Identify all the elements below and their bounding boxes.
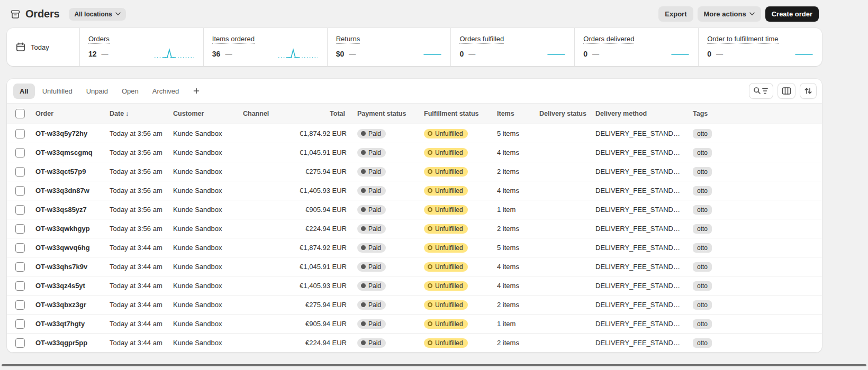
order-row[interactable]: OT-w33qs85yz7 Today at 3:56 am Kunde San… bbox=[7, 200, 822, 219]
cell-customer: Kunde Sandbox bbox=[168, 181, 238, 200]
row-checkbox[interactable] bbox=[15, 243, 25, 253]
cell-checkbox bbox=[7, 200, 30, 219]
page-title: Orders bbox=[25, 8, 59, 20]
metric-value: 36 bbox=[212, 50, 221, 58]
metric-value: $0 bbox=[336, 50, 345, 58]
column-header[interactable]: Total bbox=[284, 104, 352, 124]
cell-tags: otto bbox=[688, 143, 822, 162]
export-button[interactable]: Export bbox=[658, 6, 693, 22]
search-filter-button[interactable] bbox=[749, 83, 773, 99]
order-row[interactable]: OT-w33qwvq6hg Today at 3:44 am Kunde San… bbox=[7, 238, 822, 257]
column-header[interactable]: Tags bbox=[688, 104, 822, 124]
cell-delivery-status bbox=[534, 200, 590, 219]
metric-change: — bbox=[716, 50, 723, 58]
cell-order: OT-w33qct57p9 bbox=[30, 162, 104, 181]
order-link[interactable]: OT-w33qwkhgyp bbox=[35, 225, 90, 233]
add-view-button[interactable] bbox=[188, 83, 204, 99]
fulfillment-status-label: Unfulfilled bbox=[435, 320, 463, 328]
row-checkbox[interactable] bbox=[15, 300, 25, 310]
payment-status-badge: Paid bbox=[357, 281, 386, 291]
view-tab[interactable]: All bbox=[13, 84, 35, 99]
view-tab[interactable]: Archived bbox=[146, 84, 186, 99]
date-range-picker[interactable]: Today bbox=[7, 28, 80, 66]
cell-tags: otto bbox=[688, 200, 822, 219]
orders-table: Order Date↓ Customer Channel Total Payme… bbox=[7, 103, 822, 353]
order-row[interactable]: OT-w33qz4s5yt Today at 3:44 am Kunde San… bbox=[7, 276, 822, 295]
metric-value-row: 0 — bbox=[583, 48, 690, 60]
horizontal-scrollbar[interactable] bbox=[2, 364, 866, 366]
order-row[interactable]: OT-w33q5y72hy Today at 3:56 am Kunde San… bbox=[7, 124, 822, 143]
metric-cell[interactable]: Returns $0 — bbox=[328, 28, 451, 66]
order-row[interactable]: OT-w33qt7hgty Today at 3:44 am Kunde San… bbox=[7, 314, 822, 334]
metric-label: Orders delivered bbox=[583, 35, 634, 44]
order-link[interactable]: OT-w33qbxz3gr bbox=[35, 301, 86, 309]
cell-delivery-status bbox=[534, 257, 590, 276]
view-tab[interactable]: Unfulfilled bbox=[36, 84, 79, 99]
location-filter-button[interactable]: All locations bbox=[69, 8, 125, 21]
order-link[interactable]: OT-w33qwvq6hg bbox=[35, 244, 90, 252]
row-checkbox[interactable] bbox=[15, 205, 25, 215]
order-row[interactable]: OT-w33qwkhgyp Today at 3:56 am Kunde San… bbox=[7, 219, 822, 238]
order-row[interactable]: OT-w33qbxz3gr Today at 3:44 am Kunde San… bbox=[7, 295, 822, 314]
row-checkbox[interactable] bbox=[15, 281, 25, 291]
cell-channel bbox=[238, 124, 284, 143]
order-link[interactable]: OT-w33qs85yz7 bbox=[35, 206, 87, 214]
more-actions-button[interactable]: More actions bbox=[698, 6, 761, 22]
column-header[interactable]: Delivery method bbox=[590, 104, 688, 124]
cell-checkbox bbox=[7, 314, 30, 334]
row-checkbox[interactable] bbox=[15, 224, 25, 234]
unfulfilled-ring-icon bbox=[428, 340, 432, 345]
fulfillment-status-label: Unfulfilled bbox=[435, 244, 463, 252]
row-checkbox[interactable] bbox=[15, 262, 25, 272]
cell-delivery-method: DELIVERY_FEE_STANDARD bbox=[590, 162, 688, 181]
column-header[interactable]: Fulfillment status bbox=[419, 104, 492, 124]
order-link[interactable]: OT-w33q5y72hy bbox=[35, 130, 87, 137]
metric-cell[interactable]: Orders delivered 0 — bbox=[575, 28, 699, 66]
column-header[interactable]: Delivery status bbox=[534, 104, 590, 124]
metric-change: — bbox=[468, 50, 475, 58]
columns-button[interactable] bbox=[777, 83, 795, 99]
tag-badge: otto bbox=[693, 338, 712, 348]
order-link[interactable]: OT-w33qt7hgty bbox=[35, 320, 85, 328]
order-link[interactable]: OT-w33qgpr5pp bbox=[35, 339, 87, 347]
view-tab[interactable]: Unpaid bbox=[80, 84, 114, 99]
paid-dot-icon bbox=[361, 169, 366, 174]
order-link[interactable]: OT-w33qz4s5yt bbox=[35, 282, 85, 290]
view-tab[interactable]: Open bbox=[115, 84, 145, 99]
create-order-button[interactable]: Create order bbox=[765, 6, 819, 22]
order-row[interactable]: OT-w33qgpr5pp Today at 3:44 am Kunde San… bbox=[7, 334, 822, 353]
column-header[interactable]: Items bbox=[492, 104, 534, 124]
column-header[interactable]: Date↓ bbox=[104, 104, 168, 124]
paid-dot-icon bbox=[361, 321, 366, 326]
order-link[interactable]: OT-w33qct57p9 bbox=[35, 168, 86, 175]
row-checkbox[interactable] bbox=[15, 148, 25, 158]
row-checkbox[interactable] bbox=[15, 167, 25, 177]
column-header-label: Tags bbox=[693, 110, 708, 117]
cell-checkbox bbox=[7, 334, 30, 353]
order-row[interactable]: OT-w33qhs7k9v Today at 3:44 am Kunde San… bbox=[7, 257, 822, 276]
cell-tags: otto bbox=[688, 314, 822, 334]
metric-cell[interactable]: Items ordered 36 — bbox=[204, 28, 328, 66]
metric-cell[interactable]: Orders 12 — bbox=[80, 28, 204, 66]
row-checkbox[interactable] bbox=[15, 186, 25, 196]
row-checkbox[interactable] bbox=[15, 338, 25, 348]
column-header[interactable]: Channel bbox=[238, 104, 284, 124]
column-header[interactable]: Customer bbox=[168, 104, 238, 124]
tag-badge: otto bbox=[693, 300, 712, 310]
order-link[interactable]: OT-w33qmscgmq bbox=[35, 149, 93, 156]
orders-card: All Unfulfilled Unpaid Open Archived bbox=[7, 79, 822, 353]
sort-button[interactable] bbox=[800, 83, 817, 99]
metric-cell[interactable]: Orders fulfilled 0 — bbox=[451, 28, 575, 66]
row-checkbox[interactable] bbox=[15, 129, 25, 138]
order-row[interactable]: OT-w33qmscgmq Today at 3:56 am Kunde San… bbox=[7, 143, 822, 162]
order-link[interactable]: OT-w33qhs7k9v bbox=[35, 263, 87, 271]
column-header[interactable]: Order bbox=[30, 104, 104, 124]
row-checkbox[interactable] bbox=[15, 319, 25, 329]
order-link[interactable]: OT-w33q3dn87w bbox=[35, 187, 89, 195]
metric-cell[interactable]: Order to fulfillment time 0 — bbox=[699, 28, 822, 66]
column-header[interactable]: Payment status bbox=[352, 104, 419, 124]
order-row[interactable]: OT-w33q3dn87w Today at 3:56 am Kunde San… bbox=[7, 181, 822, 200]
order-row[interactable]: OT-w33qct57p9 Today at 3:56 am Kunde San… bbox=[7, 162, 822, 181]
fulfillment-status-badge: Unfulfilled bbox=[424, 186, 468, 196]
select-all-checkbox[interactable] bbox=[15, 109, 25, 118]
